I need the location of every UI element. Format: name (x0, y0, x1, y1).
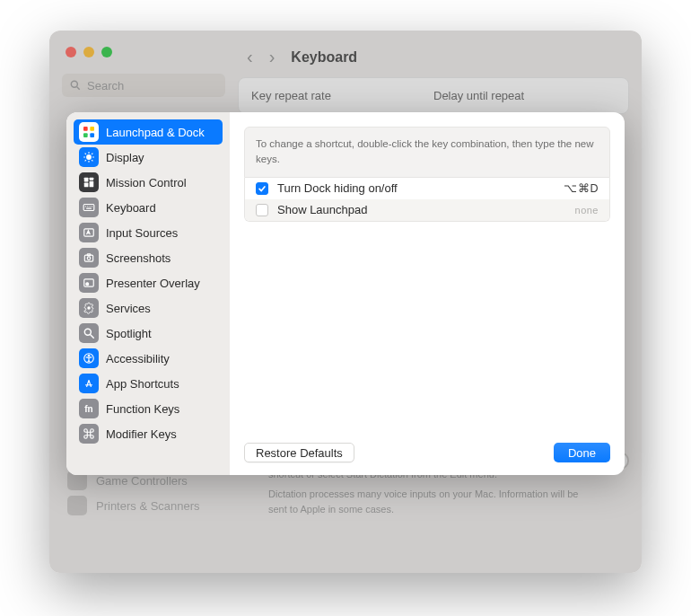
sheet-footer: Restore Defaults Done (244, 434, 610, 462)
svg-rect-19 (83, 205, 94, 211)
svg-point-31 (87, 306, 91, 310)
sidebar-item-keyboard[interactable]: Keyboard (74, 195, 223, 220)
sidebar-item-mission-control[interactable]: Mission Control (74, 170, 223, 195)
svg-point-27 (87, 257, 91, 260)
svg-rect-2 (83, 127, 88, 131)
shortcut-list: Turn Dock hiding on/off⌥⌘DShow Launchpad… (244, 178, 610, 222)
svg-point-35 (88, 355, 90, 356)
shortcut-label: Turn Dock hiding on/off (277, 181, 555, 195)
done-button[interactable]: Done (554, 443, 610, 462)
display-icon (79, 147, 99, 167)
svg-rect-3 (90, 127, 94, 131)
sidebar-item-launchpad-dock[interactable]: Launchpad & Dock (74, 119, 223, 145)
launchpad-icon (79, 122, 99, 142)
sidebar-item-spotlight[interactable]: Spotlight (74, 321, 223, 346)
modifier-icon (79, 424, 99, 444)
shortcut-checkbox[interactable] (256, 182, 268, 195)
sidebar-item-modifier-keys[interactable]: Modifier Keys (74, 421, 223, 446)
screenshot-icon (79, 248, 99, 268)
shortcut-keys[interactable]: ⌥⌘D (564, 181, 599, 195)
restore-defaults-button[interactable]: Restore Defaults (244, 443, 354, 462)
presenter-icon (79, 273, 99, 293)
shortcut-keys[interactable]: none (575, 205, 599, 216)
svg-line-33 (91, 335, 94, 339)
shortcut-detail-pane: To change a shortcut, double-click the k… (230, 112, 625, 475)
svg-line-12 (92, 160, 92, 161)
sidebar-item-label: Screenshots (106, 251, 171, 265)
accessibility-icon (79, 348, 99, 368)
sidebar-item-label: Accessibility (106, 352, 170, 365)
svg-rect-29 (84, 279, 94, 286)
fn-icon: fn (79, 399, 99, 418)
sidebar-item-app-shortcuts[interactable]: App Shortcuts (74, 371, 223, 396)
sidebar-item-label: Function Keys (106, 402, 179, 416)
svg-rect-4 (83, 133, 88, 137)
spotlight-icon (79, 323, 99, 343)
appstore-icon (79, 374, 99, 393)
sidebar-item-screenshots[interactable]: Screenshots (74, 245, 223, 270)
sidebar-item-label: App Shortcuts (106, 377, 179, 391)
sidebar-item-input-sources[interactable]: Input Sources (74, 220, 223, 245)
sidebar-item-display[interactable]: Display (74, 145, 223, 170)
instruction-text: To change a shortcut, double-click the k… (244, 127, 610, 178)
sidebar-item-function-keys[interactable]: fnFunction Keys (74, 396, 223, 421)
keyboard-shortcuts-sheet: Launchpad & DockDisplayMission ControlKe… (66, 112, 625, 475)
sidebar-item-services[interactable]: Services (74, 295, 223, 321)
keyboard-icon (79, 198, 99, 217)
shortcut-label: Show Launchpad (277, 203, 566, 216)
shortcut-row[interactable]: Show Launchpadnone (245, 199, 609, 221)
sidebar-item-label: Input Sources (106, 226, 178, 240)
sidebar-item-label: Mission Control (106, 176, 187, 189)
mission-icon (79, 172, 99, 192)
shortcut-category-sidebar: Launchpad & DockDisplayMission ControlKe… (66, 112, 230, 475)
sidebar-item-label: Display (106, 151, 144, 164)
svg-rect-18 (84, 183, 89, 188)
shortcut-row[interactable]: Turn Dock hiding on/off⌥⌘D (245, 178, 609, 199)
services-icon (79, 298, 99, 318)
sidebar-item-label: Spotlight (106, 327, 152, 340)
svg-point-6 (87, 155, 92, 160)
sidebar-item-label: Presenter Overlay (106, 277, 200, 290)
sidebar-item-label: Keyboard (106, 201, 156, 215)
sidebar-item-label: Services (106, 302, 151, 315)
svg-line-11 (85, 154, 86, 154)
svg-line-13 (85, 160, 86, 161)
svg-rect-16 (90, 178, 94, 180)
input-icon (79, 223, 99, 242)
sidebar-item-label: Modifier Keys (106, 427, 177, 441)
svg-line-14 (92, 154, 92, 154)
sidebar-item-presenter-overlay[interactable]: Presenter Overlay (74, 270, 223, 295)
svg-point-30 (86, 283, 89, 286)
svg-rect-17 (90, 181, 94, 187)
svg-rect-5 (90, 133, 94, 137)
svg-rect-15 (84, 178, 89, 182)
sidebar-item-accessibility[interactable]: Accessibility (74, 346, 223, 371)
sidebar-item-label: Launchpad & Dock (106, 126, 205, 139)
shortcut-checkbox[interactable] (256, 204, 268, 216)
